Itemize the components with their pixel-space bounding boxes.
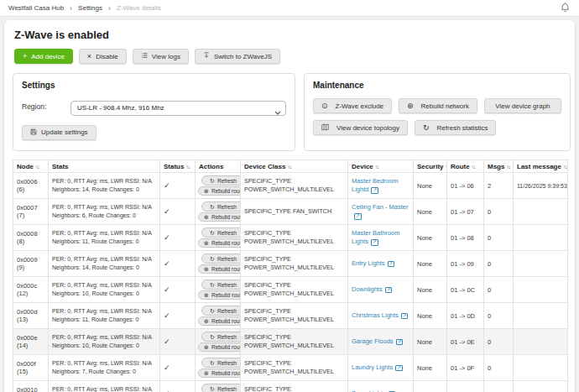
table-row: 0x0006 (6)PER: 0, RTT Avg: ms, LWR RSSI:… xyxy=(13,173,568,199)
sort-arrows-icon[interactable]: ↑↓ xyxy=(563,164,567,170)
device-link[interactable]: Laundry Lights↗ xyxy=(352,363,403,371)
refresh-statistics-button[interactable]: ↻ Refresh statistics xyxy=(415,120,496,135)
rebuild-route-button[interactable]: ⊛Rebuild route xyxy=(198,368,241,378)
node-cell: 0x0008 (8) xyxy=(13,225,49,251)
rebuild-route-button[interactable]: ⊛Rebuild route xyxy=(198,342,241,352)
rebuild-route-button[interactable]: ⊛Rebuild route xyxy=(198,316,241,326)
device-link[interactable]: Master Bedroom Lightd↗ xyxy=(352,177,398,194)
refresh-button[interactable]: ↻Refresh xyxy=(201,358,241,368)
refresh-button[interactable]: ↻Refresh xyxy=(201,332,241,342)
refresh-button[interactable]: ↻Refresh xyxy=(201,175,241,186)
view-device-topology-button[interactable]: View device topology xyxy=(313,120,408,135)
sort-arrows-icon[interactable]: ↑↓ xyxy=(472,164,476,170)
column-header-device[interactable]: Device↑↓ xyxy=(348,160,414,173)
column-header-last_message[interactable]: Last message↑↓ xyxy=(514,160,568,173)
rebuild-route-button[interactable]: ⊛Rebuild route xyxy=(198,290,241,300)
maintenance-title: Maintenance xyxy=(313,81,561,90)
device-link[interactable]: Master Bathroom Lights↗ xyxy=(352,229,400,246)
view-device-topology-label: View device topology xyxy=(336,124,399,132)
last-message-cell xyxy=(514,251,568,277)
column-header-device_class[interactable]: Device Class↑↓ xyxy=(241,160,348,173)
last-message-cell xyxy=(514,381,568,392)
rebuild-route-button[interactable]: ⊛Rebuild route xyxy=(198,238,241,248)
rebuild-network-label: Rebuild network xyxy=(421,102,469,110)
external-link-icon: ↗ xyxy=(385,287,393,294)
column-header-route[interactable]: Route↑↓ xyxy=(447,160,484,173)
rebuild-route-button[interactable]: ⊛Rebuild route xyxy=(198,264,241,274)
column-label: Stats xyxy=(52,163,69,170)
actions-cell: ↻Refresh⊛Rebuild route xyxy=(196,355,241,381)
sort-arrows-icon[interactable]: ↑↓ xyxy=(185,164,190,170)
column-header-node[interactable]: Node↑↓ xyxy=(13,160,49,173)
notifications-bell-icon[interactable] xyxy=(560,1,571,16)
sort-arrows-icon[interactable]: ↑↓ xyxy=(375,164,379,170)
column-header-msgs[interactable]: Msgs↑↓ xyxy=(484,160,514,173)
rebuild-route-button[interactable]: ⊛Rebuild route xyxy=(198,186,241,196)
disable-label: Disable xyxy=(96,53,118,60)
device-class-cell: SPECIFIC_TYPE POWER_SWITCH_MULTILEVEL xyxy=(241,329,348,355)
column-label: Route xyxy=(451,163,470,170)
refresh-icon: ↻ xyxy=(210,308,215,314)
stats-cell: PER: 0, RTT Avg: ms, LWR RSSI: N/ANeighb… xyxy=(49,199,160,225)
refresh-button[interactable]: ↻Refresh xyxy=(201,306,241,316)
update-settings-button[interactable]: Update settings xyxy=(22,125,96,140)
device-table: Node↑↓StatsStatus↑↓ActionsDevice Class↑↓… xyxy=(13,159,568,392)
last-message-cell xyxy=(514,199,568,225)
device-cell: Entry Lights↗ xyxy=(348,251,414,277)
device-link[interactable]: Entry Lights↗ xyxy=(352,259,394,267)
table-row: 0x000e (14)PER: 0, RTT Avg: ms, LWR RSSI… xyxy=(13,329,568,355)
sort-arrows-icon[interactable]: ↑↓ xyxy=(35,164,39,170)
refresh-button[interactable]: ↻Refresh xyxy=(201,280,241,290)
security-cell: None xyxy=(414,381,447,392)
security-cell: None xyxy=(414,303,447,329)
device-link[interactable]: Downlights↗ xyxy=(352,285,392,293)
device-cell: Master Bedroom Lightd↗ xyxy=(348,173,414,199)
view-logs-button[interactable]: View logs xyxy=(133,49,189,64)
device-cell: Garage Floods↗ xyxy=(348,329,414,355)
breadcrumb-home[interactable]: Westfall Casa Hub xyxy=(8,4,64,12)
stats-cell: PER: 0, RTT Avg: ms, LWR RSSI: N/ANeighb… xyxy=(49,277,160,303)
column-header-stats: Stats xyxy=(49,160,160,173)
column-header-security[interactable]: Security↑↓ xyxy=(414,160,447,173)
stats-cell: PER: 0, RTT Avg: ms, LWR RSSI: N/ANeighb… xyxy=(49,329,160,355)
last-message-cell xyxy=(514,303,568,329)
view-device-graph-button[interactable]: View device graph xyxy=(484,98,561,113)
region-select[interactable]: US-LR - 908.4 Mhz, 916 Mhz xyxy=(70,101,286,116)
device-link[interactable]: Ceiling Fan - Master↗ xyxy=(352,203,409,220)
status-check-icon: ✓ xyxy=(164,311,170,320)
external-link-icon: ↗ xyxy=(371,239,378,246)
column-label: Node xyxy=(17,163,34,170)
device-link[interactable]: Christmas Lights↗ xyxy=(352,311,408,319)
device-link[interactable]: Garage Floods↗ xyxy=(352,337,403,345)
device-class-cell: SPECIFIC_TYPE POWER_SWITCH_MULTILEVEL xyxy=(241,381,348,392)
sort-arrows-icon[interactable]: ↑↓ xyxy=(506,164,510,170)
add-device-button[interactable]: + Add device xyxy=(14,49,73,64)
rebuild-network-button[interactable]: ⊛ Rebuild network xyxy=(399,98,477,113)
external-link-icon: ↗ xyxy=(395,365,403,372)
external-link-icon: ↗ xyxy=(354,213,362,220)
refresh-button[interactable]: ↻Refresh xyxy=(201,227,241,238)
rebuild-route-button[interactable]: ⊛Rebuild route xyxy=(198,212,241,222)
sort-arrows-icon[interactable]: ↑↓ xyxy=(287,164,291,170)
breadcrumb-settings[interactable]: Settings xyxy=(78,4,102,12)
stats-line: PER: 0, RTT Avg: ms, LWR RSSI: N/A xyxy=(52,281,156,290)
actions-cell: ↻Refresh⊛Rebuild route xyxy=(196,277,241,303)
column-header-status[interactable]: Status↑↓ xyxy=(160,160,196,173)
refresh-button[interactable]: ↻Refresh xyxy=(201,201,241,212)
refresh-button[interactable]: ↻Refresh xyxy=(201,253,241,264)
rebuild-route-label: Rebuild route xyxy=(211,266,241,272)
rebuild-route-icon: ⊛ xyxy=(204,370,209,376)
node-cell: 0x0010 (16) xyxy=(13,381,49,392)
external-link-icon: ↗ xyxy=(401,313,409,320)
refresh-label: Refresh xyxy=(217,256,237,262)
stats-cell: PER: 0, RTT Avg: ms, LWR RSSI: N/ANeighb… xyxy=(49,225,160,251)
refresh-button[interactable]: ↻Refresh xyxy=(201,384,241,392)
disable-button[interactable]: × Disable xyxy=(79,49,127,64)
refresh-label: Refresh xyxy=(217,282,237,288)
settings-title: Settings xyxy=(22,81,286,90)
switch-zwavejs-button[interactable]: Switch to ZWaveJS xyxy=(195,49,280,64)
rebuild-icon: ⊛ xyxy=(407,102,414,110)
status-check-icon: ✓ xyxy=(164,363,170,372)
zwave-exclude-button[interactable]: ⊙ Z-Wave exclude xyxy=(313,98,392,113)
status-cell: ✓ xyxy=(160,225,196,251)
